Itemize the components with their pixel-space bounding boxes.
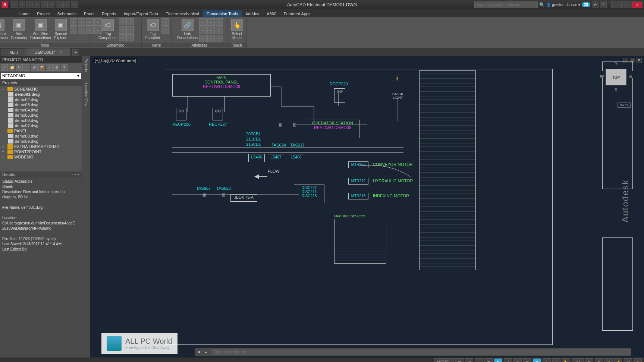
restore-button[interactable]: ◻ xyxy=(622,1,632,8)
vp-close-icon[interactable]: ✕ xyxy=(637,58,642,63)
ribbon-tab-electromechanical[interactable]: Electromechanical xyxy=(162,10,203,17)
hardware-accel-icon[interactable]: ⚡ xyxy=(614,358,622,362)
annotation-icon[interactable]: A xyxy=(595,358,603,362)
a360-badge[interactable]: 28 xyxy=(582,2,590,7)
isolate-icon[interactable]: ◎ xyxy=(604,358,613,362)
search-input[interactable] xyxy=(474,1,538,8)
schem-small-5[interactable]: ▫ xyxy=(126,26,134,33)
special-explode-button[interactable]: ▣Special Explode xyxy=(52,18,69,41)
tree-item-demo01-dwg[interactable]: demo01.dwg xyxy=(1,92,81,97)
pm-up-icon[interactable]: ↑ xyxy=(23,64,30,71)
help-icon[interactable]: ? xyxy=(600,1,607,8)
tree-toggle-icon[interactable]: − xyxy=(2,129,6,133)
tree-item-demo02-dwg[interactable]: demo02.dwg xyxy=(1,97,81,102)
tree-toggle-icon[interactable]: + xyxy=(2,155,6,159)
lineweight-icon[interactable]: ≡ xyxy=(513,358,522,362)
ribbon-tab-home[interactable]: Home xyxy=(15,10,33,17)
quick-properties-icon[interactable]: ▭ xyxy=(552,358,560,362)
panel-small-2[interactable]: ▫ xyxy=(161,26,169,34)
pm-settings-icon[interactable]: ⚙ xyxy=(53,64,60,71)
qat-new-icon[interactable]: ▫ xyxy=(11,1,18,8)
close-button[interactable]: ✕ xyxy=(632,1,643,8)
schem-small-2[interactable]: ▫ xyxy=(119,26,126,33)
ribbon-tab-project[interactable]: Project xyxy=(33,10,53,17)
grid-icon[interactable]: ▦ xyxy=(455,358,464,362)
tool-small-5[interactable]: ▫ xyxy=(70,26,77,34)
qat-fwd-icon[interactable]: ▫ xyxy=(63,1,70,8)
ribbon-tab-conversion-tools[interactable]: Conversion Tools xyxy=(203,10,242,17)
app-icon[interactable]: A xyxy=(1,1,8,8)
tree-item-demo04-dwg[interactable]: demo04.dwg xyxy=(1,107,81,113)
schem-small-4[interactable]: ▫ xyxy=(126,18,134,25)
location-view-tab[interactable]: Projects Location View xyxy=(82,56,90,358)
qat-more-icon[interactable]: ▫ xyxy=(71,1,78,8)
snap-icon[interactable]: ⊞ xyxy=(465,358,473,362)
pm-open-icon[interactable]: 📁 xyxy=(9,64,15,71)
tree-item-panel[interactable]: −PANEL xyxy=(1,128,81,133)
customize-icon[interactable]: ≡ xyxy=(634,358,642,362)
workspace-icon[interactable]: ⚙ xyxy=(585,358,593,362)
attr-s4[interactable]: ▫ xyxy=(199,26,207,34)
tool-small-1[interactable]: ▫ xyxy=(70,18,77,26)
tree-item-demo08-dwg[interactable]: demo08.dwg xyxy=(1,133,81,139)
annotation-monitor-icon[interactable]: + xyxy=(543,358,551,362)
tool-small-6[interactable]: ▫ xyxy=(78,26,85,34)
tree-item-demo05-dwg[interactable]: demo05.dwg xyxy=(1,113,81,118)
doc-tab-demo001-[interactable]: DEMO001*✕ xyxy=(26,48,70,56)
user-name[interactable]: 👤 greston.dunivin ▾ xyxy=(546,3,580,7)
command-input[interactable] xyxy=(211,349,630,355)
ribbon-tab-schematic[interactable]: Schematic xyxy=(54,10,80,17)
attr-s3[interactable]: ▫ xyxy=(216,18,223,26)
ortho-icon[interactable]: ∟ xyxy=(475,358,483,362)
panel-small-1[interactable]: ▫ xyxy=(161,18,169,26)
tree-item-demo09-dwg[interactable]: demo09.dwg xyxy=(1,139,81,144)
anno-scale[interactable]: 1:1 xyxy=(572,358,584,362)
tag-component-button[interactable]: 🏷Tag Component xyxy=(97,18,119,41)
projects-header[interactable]: Projects− xyxy=(0,80,82,86)
ribbon-tab-import-export-data[interactable]: Import/Export Data xyxy=(120,10,162,17)
otrack-icon[interactable]: ∠ xyxy=(504,358,512,362)
schem-small-6[interactable]: ▫ xyxy=(126,34,134,41)
tree-item-demo03-dwg[interactable]: demo03.dwg xyxy=(1,102,81,107)
clean-screen-icon[interactable]: ▢ xyxy=(624,358,632,362)
units-icon[interactable]: 📏 xyxy=(562,358,570,362)
qat-open-icon[interactable]: ▫ xyxy=(19,1,25,8)
pm-zip-icon[interactable]: 📦 xyxy=(38,64,45,71)
polar-icon[interactable]: ◐ xyxy=(484,358,493,362)
schem-small-3[interactable]: ▫ xyxy=(119,34,126,41)
tree-item-schematic[interactable]: −SCHEMATIC xyxy=(1,86,81,92)
attr-s7[interactable]: ▫ xyxy=(199,35,207,42)
ribbon-tab-reports[interactable]: Reports xyxy=(98,10,120,17)
pm-pub-icon[interactable]: ↗ xyxy=(46,64,53,71)
doc-tab-start[interactable]: Start xyxy=(1,49,26,56)
tree-toggle-icon[interactable]: − xyxy=(2,87,6,91)
promis-e-conversion-button[interactable]: ▣Promis-e Conversion xyxy=(0,18,9,41)
tree-item-demo07-dwg[interactable]: demo07.dwg xyxy=(1,123,81,128)
qat-back-icon[interactable]: ▫ xyxy=(56,1,63,8)
tab-close-icon[interactable]: ✕ xyxy=(59,50,62,54)
tree-item-demo06-dwg[interactable]: demo06.dwg xyxy=(1,118,81,123)
link-descriptions-button[interactable]: 🔗Link Descriptions xyxy=(176,18,199,41)
command-line[interactable]: ✕ ▸_ xyxy=(195,348,631,356)
tree-toggle-icon[interactable]: + xyxy=(2,145,6,148)
infocenter-icon[interactable]: 🔍 xyxy=(539,2,545,7)
tree-item-point2point[interactable]: +POINT2POINT xyxy=(1,149,81,154)
pm-help-icon[interactable]: ? xyxy=(61,64,67,71)
add-geometry-button[interactable]: ▣Add Geometry xyxy=(9,18,29,41)
attr-s1[interactable]: ▫ xyxy=(199,18,207,26)
attr-s9[interactable]: ▫ xyxy=(216,35,223,42)
details-header[interactable]: Details▫ ▫ − xyxy=(0,171,82,177)
project-selector[interactable]: NFPADEMO▾ xyxy=(1,73,81,79)
tree-item-wddemo[interactable]: +WDDEMO xyxy=(1,154,81,160)
qat-save-icon[interactable]: ▫ xyxy=(26,1,33,8)
qat-plot-icon[interactable]: ▫ xyxy=(48,1,55,8)
add-wire-connections-button[interactable]: ▣Add Wire Connections xyxy=(29,18,53,41)
model-space-button[interactable]: MODEL xyxy=(434,358,454,362)
exchange-icon[interactable]: ⇄ xyxy=(592,1,599,8)
ribbon-tab-featured-apps[interactable]: Featured Apps xyxy=(280,10,314,17)
schem-small-1[interactable]: ▫ xyxy=(119,18,126,25)
new-tab-button[interactable]: + xyxy=(72,49,79,56)
tree-item-extra-library-demo[interactable]: +EXTRA LIBRARY DEMO xyxy=(1,144,81,149)
attr-s8[interactable]: ▫ xyxy=(207,35,215,42)
viewport-label[interactable]: [−][Top][2D Wireframe] xyxy=(93,58,137,63)
